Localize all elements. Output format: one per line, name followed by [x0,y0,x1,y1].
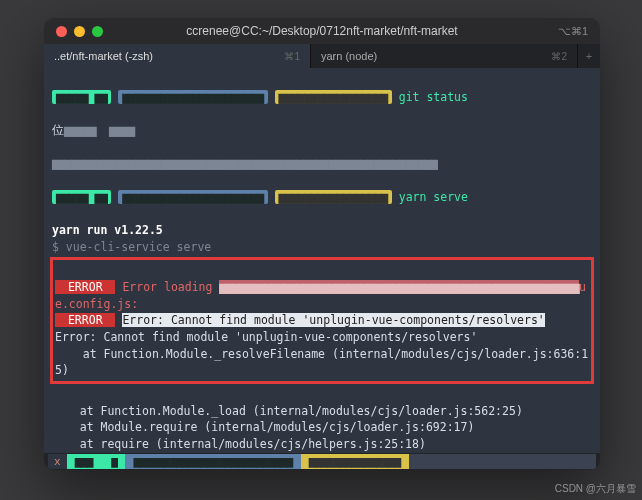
titlebar: ccrenee@CC:~/Desktop/0712nft-market/nft-… [44,18,600,44]
tab-label: yarn (node) [321,50,377,62]
prompt-branch: ▆▆▆▆▆▆▆▆▆▆▆▆▆▆▆▆▆ [275,190,392,204]
service-line: $ vue-cli-service serve [52,240,211,254]
tab-zsh[interactable]: ..et/nft-market (-zsh) ⌘1 [44,44,311,68]
minimize-icon[interactable] [74,26,85,37]
error-highlight-box: ERROR Error loading ▆▆▆▆▆▆▆▆▆▆▆▆▆▆▆▆▆▆▆▆… [50,257,594,384]
prompt-branch: ▆▆▆▆▆▆▆▆▆▆▆▆▆▆▆▆▆ [275,90,392,104]
error-message: Error: Cannot find module 'unplugin-vue-… [122,313,544,327]
window-title: ccrenee@CC:~/Desktop/0712nft-market/nft-… [44,24,600,38]
prompt-pill: ▆▆▆▆▆ ▆▆ [52,190,111,204]
status-seg-gray [409,454,596,470]
command-text: git status [399,90,468,104]
status-seg-blue: ▆▆▆▆▆▆▆▆▆▆▆▆▆▆▆▆▆▆▆▆▆▆▆▆▆▆ [125,454,300,470]
traffic-lights [56,26,103,37]
new-tab-button[interactable]: + [578,44,600,68]
error-badge: ERROR [55,313,115,327]
tmux-status-bar: x ▆▆▆ ▆ ▆▆▆▆▆▆▆▆▆▆▆▆▆▆▆▆▆▆▆▆▆▆▆▆▆▆ ▆▆▆▆▆… [44,453,600,470]
error-text: Error loading [122,280,219,294]
error-badge: ERROR [55,280,115,294]
stack-line: at Function.Module._resolveFilename (int… [55,347,588,378]
masked-output: ▆▆▆▆▆ ▆▆▆▆ [64,123,135,137]
status-seg-yellow: ▆▆▆▆▆▆▆▆▆▆▆▆▆▆▆ [301,454,409,470]
tab-shortcut: ⌘1 [284,51,300,62]
stack-line: at Function.Module._load (internal/modul… [52,404,523,418]
status-seg-green: ▆▆▆ ▆ [67,454,126,470]
close-icon[interactable] [56,26,67,37]
prompt-path: ▆▆▆▆▆▆▆▆▆▆▆▆▆▆▆▆▆▆▆▆▆▆ [118,90,267,104]
prompt-path: ▆▆▆▆▆▆▆▆▆▆▆▆▆▆▆▆▆▆▆▆▆▆ [118,190,267,204]
watermark: CSDN @六月暴雪 [555,482,636,496]
stack-line: at require (internal/modules/cjs/helpers… [52,437,426,451]
prompt-pill: ▆▆▆▆▆ ▆▆ [52,90,111,104]
tab-shortcut: ⌘2 [551,51,567,62]
command-text: yarn serve [399,190,468,204]
masked-path: ▆▆▆▆▆▆▆▆▆▆▆▆▆▆▆▆▆▆▆▆▆▆▆▆▆▆▆▆▆▆▆▆▆▆▆▆▆▆▆▆… [219,280,579,294]
output-line: 位 [52,123,64,137]
stack-line: at Module.require (internal/modules/cjs/… [52,420,474,434]
tab-label: ..et/nft-market (-zsh) [54,50,153,62]
maximize-icon[interactable] [92,26,103,37]
tab-bar: ..et/nft-market (-zsh) ⌘1 yarn (node) ⌘2… [44,44,600,68]
status-x: x [48,454,67,470]
tab-yarn[interactable]: yarn (node) ⌘2 [311,44,578,68]
yarn-run-line: yarn run v1.22.5 [52,223,163,237]
stack-line: Error: Cannot find module 'unplugin-vue-… [55,330,477,344]
masked-output: ▆▆▆▆▆▆▆▆▆▆▆▆▆▆▆▆▆▆▆▆▆▆▆▆▆▆▆▆▆▆▆▆▆▆▆▆▆▆▆▆… [52,155,592,172]
terminal-output[interactable]: ▆▆▆▆▆ ▆▆ ▆▆▆▆▆▆▆▆▆▆▆▆▆▆▆▆▆▆▆▆▆▆ ▆▆▆▆▆▆▆▆… [44,68,600,470]
window-shortcut: ⌥⌘1 [558,25,588,38]
terminal-window: ccrenee@CC:~/Desktop/0712nft-market/nft-… [44,18,600,470]
